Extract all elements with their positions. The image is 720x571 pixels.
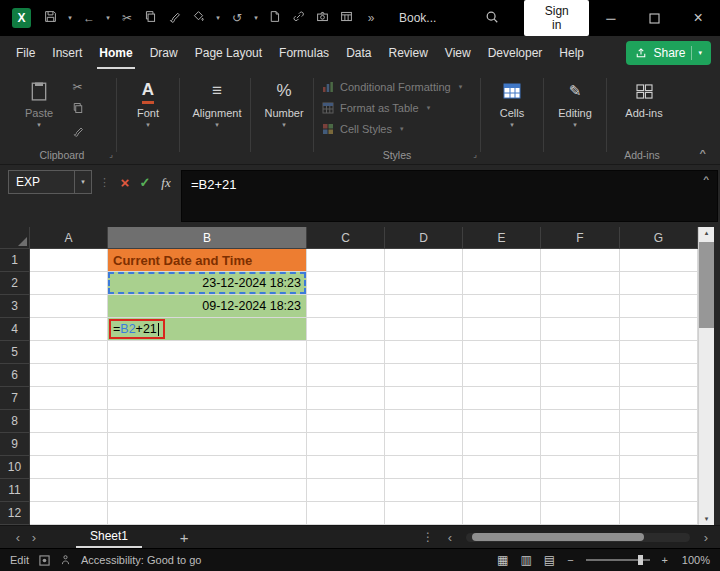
add-sheet-button[interactable]: + bbox=[174, 529, 194, 546]
paste-dropdown-icon[interactable]: ▾ bbox=[37, 121, 41, 129]
cell-D8[interactable] bbox=[385, 410, 463, 433]
zoom-slider[interactable] bbox=[586, 559, 650, 561]
cell-C1[interactable] bbox=[307, 249, 385, 272]
cell-D3[interactable] bbox=[385, 295, 463, 318]
share-button[interactable]: Share ▾ bbox=[626, 41, 711, 65]
cell-D10[interactable] bbox=[385, 456, 463, 479]
cell-E2[interactable] bbox=[463, 272, 541, 295]
cell-F1[interactable] bbox=[541, 249, 620, 272]
cell-G8[interactable] bbox=[620, 410, 698, 433]
row-header-2[interactable]: 2 bbox=[0, 272, 30, 295]
table-icon[interactable] bbox=[335, 10, 359, 26]
cell-C3[interactable] bbox=[307, 295, 385, 318]
cell-G11[interactable] bbox=[620, 479, 698, 502]
row-header-3[interactable]: 3 bbox=[0, 295, 30, 318]
cell-F8[interactable] bbox=[541, 410, 620, 433]
cell-F11[interactable] bbox=[541, 479, 620, 502]
sheet-tab-sheet1[interactable]: Sheet1 bbox=[76, 526, 142, 548]
cell-B7[interactable] bbox=[108, 387, 307, 410]
cell-G4[interactable] bbox=[620, 318, 698, 341]
save-icon[interactable] bbox=[39, 10, 63, 26]
paste-button[interactable]: Paste ▾ bbox=[16, 78, 62, 140]
cut-icon[interactable]: ✂ bbox=[115, 11, 139, 25]
sheet-nav-left-icon[interactable]: ‹ bbox=[10, 530, 26, 545]
cell-F7[interactable] bbox=[541, 387, 620, 410]
addins-button[interactable]: Add-ins bbox=[615, 78, 673, 119]
cell-G3[interactable] bbox=[620, 295, 698, 318]
row-header-10[interactable]: 10 bbox=[0, 456, 30, 479]
cell-G7[interactable] bbox=[620, 387, 698, 410]
cell-B8[interactable] bbox=[108, 410, 307, 433]
menu-tab-page-layout[interactable]: Page Layout bbox=[193, 37, 264, 69]
menu-tab-help[interactable]: Help bbox=[557, 37, 586, 69]
cell-G12[interactable] bbox=[620, 502, 698, 525]
cell-C9[interactable] bbox=[307, 433, 385, 456]
styles-dialog-launcher-icon[interactable]: ⌟ bbox=[473, 150, 477, 159]
link-icon[interactable] bbox=[287, 10, 311, 26]
zoom-out-button[interactable]: − bbox=[567, 554, 573, 566]
cell-C2[interactable] bbox=[307, 272, 385, 295]
formula-input[interactable]: =B2+21 ^ bbox=[181, 170, 718, 222]
cell-C12[interactable] bbox=[307, 502, 385, 525]
cell-G10[interactable] bbox=[620, 456, 698, 479]
row-header-8[interactable]: 8 bbox=[0, 410, 30, 433]
cell-D5[interactable] bbox=[385, 341, 463, 364]
editing-button[interactable]: ✎ Editing ▾ bbox=[552, 78, 598, 129]
cell-B11[interactable] bbox=[108, 479, 307, 502]
cell-A3[interactable] bbox=[30, 295, 108, 318]
cell-C6[interactable] bbox=[307, 364, 385, 387]
alignment-button[interactable]: ≡ Alignment ▾ bbox=[188, 78, 246, 129]
sheet-bar-options-icon[interactable]: ⋮ bbox=[422, 530, 434, 544]
cell-D9[interactable] bbox=[385, 433, 463, 456]
cell-E8[interactable] bbox=[463, 410, 541, 433]
cell-D2[interactable] bbox=[385, 272, 463, 295]
cell-A8[interactable] bbox=[30, 410, 108, 433]
zoom-level[interactable]: 100% bbox=[680, 554, 710, 566]
cell-F9[interactable] bbox=[541, 433, 620, 456]
undo-dropdown-icon[interactable]: ▾ bbox=[101, 14, 115, 22]
cell-C5[interactable] bbox=[307, 341, 385, 364]
insert-function-button[interactable]: fx bbox=[155, 175, 177, 191]
alignment-dropdown-icon[interactable]: ▾ bbox=[215, 121, 219, 129]
horizontal-scrollbar[interactable] bbox=[466, 533, 690, 542]
zoom-slider-thumb[interactable] bbox=[638, 555, 643, 565]
column-header-A[interactable]: A bbox=[30, 227, 108, 249]
fill-color-icon[interactable] bbox=[187, 10, 211, 26]
collapse-formula-bar-icon[interactable]: ^ bbox=[703, 175, 709, 184]
select-all-corner[interactable] bbox=[0, 227, 30, 249]
macro-record-icon[interactable] bbox=[39, 555, 50, 566]
cell-A5[interactable] bbox=[30, 341, 108, 364]
menu-tab-developer[interactable]: Developer bbox=[486, 37, 545, 69]
cell-E10[interactable] bbox=[463, 456, 541, 479]
name-box[interactable]: EXP ▾ bbox=[8, 170, 92, 194]
cell-D4[interactable] bbox=[385, 318, 463, 341]
excel-logo-icon[interactable]: X bbox=[12, 8, 31, 28]
fill-color-dropdown-icon[interactable]: ▾ bbox=[211, 14, 225, 22]
cell-E11[interactable] bbox=[463, 479, 541, 502]
cell-B6[interactable] bbox=[108, 364, 307, 387]
cell-E12[interactable] bbox=[463, 502, 541, 525]
format-painter-button-icon[interactable] bbox=[70, 125, 85, 140]
cell-G6[interactable] bbox=[620, 364, 698, 387]
view-page-layout-icon[interactable]: ▥ bbox=[520, 553, 531, 567]
cell-A4[interactable] bbox=[30, 318, 108, 341]
column-header-D[interactable]: D bbox=[385, 227, 463, 249]
cell-B3[interactable]: 09-12-2024 18:23 bbox=[108, 295, 307, 318]
autosave-dropdown-icon[interactable]: ▾ bbox=[63, 14, 77, 22]
cell-A6[interactable] bbox=[30, 364, 108, 387]
cell-E5[interactable] bbox=[463, 341, 541, 364]
cell-G2[interactable] bbox=[620, 272, 698, 295]
cells-button[interactable]: Cells ▾ bbox=[489, 78, 535, 129]
menu-tab-formulas[interactable]: Formulas bbox=[277, 37, 331, 69]
scroll-up-icon[interactable]: ▴ bbox=[705, 227, 709, 239]
redo-dropdown-icon[interactable]: ▾ bbox=[249, 14, 263, 22]
cell-G1[interactable] bbox=[620, 249, 698, 272]
redo-icon[interactable]: ↺ bbox=[225, 11, 249, 25]
column-header-E[interactable]: E bbox=[463, 227, 541, 249]
cell-styles-button[interactable]: Cell Styles ▾ bbox=[322, 121, 474, 137]
cell-A1[interactable] bbox=[30, 249, 108, 272]
cell-C4[interactable] bbox=[307, 318, 385, 341]
cell-A10[interactable] bbox=[30, 456, 108, 479]
view-normal-icon[interactable]: ▦ bbox=[497, 553, 508, 567]
cell-B4[interactable]: =B2+21 bbox=[108, 318, 307, 341]
